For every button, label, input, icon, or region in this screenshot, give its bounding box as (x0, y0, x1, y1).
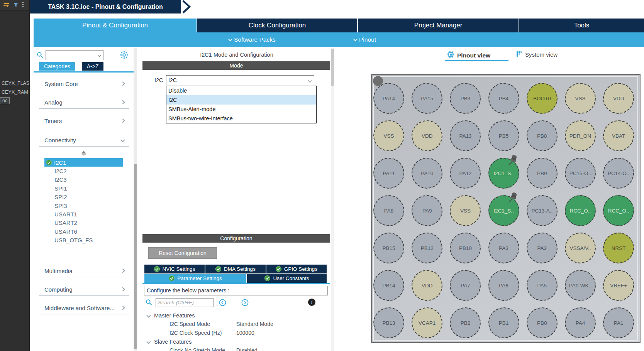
sidebar-section-middleware-and-software[interactable]: Middleware and Software... (39, 302, 129, 320)
info-icon[interactable]: i (308, 299, 315, 306)
pin-pb10[interactable]: PB10 (450, 233, 481, 263)
param-value[interactable]: Standard Mode (236, 321, 273, 327)
tab-a-to-z[interactable]: A->Z (82, 62, 104, 71)
pin-vssa-v[interactable]: VSSA/V.. (565, 233, 596, 263)
param-group-master-features[interactable]: Master Features (146, 311, 328, 320)
pin-pa8[interactable]: PA8 (373, 195, 404, 226)
pin-pb5[interactable]: PB5 (488, 120, 519, 151)
pin-pb0[interactable]: PB0 (527, 307, 558, 338)
scrollbar-thumb[interactable] (331, 49, 334, 86)
sidebar-scrollbar[interactable] (134, 48, 137, 351)
pin-i2c1-s[interactable]: I2C1_S.. (488, 195, 519, 226)
sidebar-item-usart1[interactable]: USART1 (44, 210, 123, 218)
param-value[interactable]: Disabled (236, 347, 257, 351)
sidebar-section-timers[interactable]: Timers (39, 115, 129, 133)
pin-pb9[interactable]: PB9 (527, 158, 558, 189)
pin-pa0-wk[interactable]: PA0-WK.. (565, 270, 596, 301)
sidebar-item-i2c1[interactable]: I2C1 (44, 158, 123, 167)
scrollbar-thumb[interactable] (134, 164, 137, 349)
sidebar-item-usb-otg-fs[interactable]: USB_OTG_FS (44, 236, 123, 245)
pin-pa13[interactable]: PA13 (450, 120, 481, 151)
pin-vss[interactable]: VSS (373, 120, 404, 151)
pin-vbat[interactable]: VBAT (603, 120, 634, 151)
reset-configuration-button[interactable]: Reset Configuration (148, 247, 217, 259)
mode-option-i2c[interactable]: I2C (166, 95, 316, 105)
pin-rcc-o[interactable]: RCC_O.. (565, 195, 596, 226)
tab-tools[interactable]: Tools (519, 19, 644, 32)
pin-pa3[interactable]: PA3 (488, 233, 519, 263)
previous-match-icon[interactable] (219, 299, 226, 308)
tab-clock-configuration[interactable]: Clock Configuration (197, 19, 358, 32)
pin-nrst[interactable]: NRST (603, 233, 634, 263)
pin-boot0[interactable]: BOOT0 (527, 83, 558, 114)
scroll-up-icon[interactable] (81, 151, 86, 154)
pin-pb13[interactable]: PB13 (373, 307, 404, 338)
gear-icon[interactable] (120, 51, 128, 61)
mode-option-smbus-alert-mode[interactable]: SMBus-Alert-mode (166, 105, 316, 114)
pin-pb4[interactable]: PB4 (488, 83, 519, 114)
tab-dma-settings[interactable]: DMA Settings (205, 265, 266, 273)
pin-pdr-on[interactable]: PDR_ON (565, 120, 596, 151)
pin-pb14[interactable]: PB14 (373, 270, 404, 301)
pin-pb8[interactable]: PB8 (527, 120, 558, 151)
pin-vdd[interactable]: VDD (412, 120, 442, 151)
sidebar-section-analog[interactable]: Analog (39, 96, 129, 115)
pin-pa12[interactable]: PA12 (450, 158, 481, 189)
software-packs-dropdown[interactable]: Software Packs (228, 32, 276, 47)
tab-gpio-settings[interactable]: GPIO Settings (266, 265, 327, 273)
sidebar-search-input[interactable] (47, 51, 96, 59)
sidebar-item-usart2[interactable]: USART2 (44, 219, 123, 227)
pin-pa4[interactable]: PA4 (565, 307, 596, 338)
pin-pa15[interactable]: PA15 (412, 83, 442, 114)
sidebar-item-spi1[interactable]: SPI1 (44, 184, 123, 192)
pin-pc13-a[interactable]: PC13-A.. (527, 195, 558, 226)
tab-user-constants[interactable]: User Constants (247, 274, 327, 283)
sidebar-item-i2c3[interactable]: I2C3 (44, 176, 123, 184)
pin-pa14[interactable]: PA14 (373, 83, 404, 114)
pin-pc15-o[interactable]: PC15-O.. (565, 158, 596, 189)
pin-vref[interactable]: VREF+ (603, 270, 634, 301)
sidebar-item-spi3[interactable]: SPI3 (44, 201, 123, 210)
pinout-dropdown[interactable]: Pinout (353, 32, 376, 47)
pin-pb12[interactable]: PB12 (412, 233, 442, 263)
pin-pa7[interactable]: PA7 (450, 270, 481, 301)
explorer-item-ram[interactable]: CEYX_RAM (2, 89, 28, 95)
tab-pinout-view[interactable]: Pinout view (447, 51, 490, 60)
pin-pc14-o[interactable]: PC14-O.. (603, 158, 634, 189)
sidebar-search-combo[interactable] (46, 50, 103, 60)
filter-icon[interactable] (13, 2, 19, 9)
sidebar-section-multimedia[interactable]: Multimedia (39, 265, 129, 283)
pin-rcc-o[interactable]: RCC_O.. (603, 195, 634, 226)
pin-pb3[interactable]: PB3 (450, 83, 481, 114)
tab-pinout-configuration[interactable]: Pinout & Configuration (34, 19, 197, 32)
pin-pa2[interactable]: PA2 (527, 233, 558, 263)
mode-option-disable[interactable]: Disable (166, 86, 316, 95)
pin-vcap1[interactable]: VCAP1 (412, 307, 442, 338)
pin-pa5[interactable]: PA5 (527, 270, 558, 301)
parameter-search-input[interactable] (156, 298, 214, 307)
i2c-mode-select[interactable]: I2C (166, 75, 314, 85)
pin-pa9[interactable]: PA9 (412, 195, 442, 226)
sidebar-item-i2c2[interactable]: I2C2 (44, 167, 123, 175)
pin-vdd[interactable]: VDD (603, 83, 634, 114)
link-with-editor-icon[interactable] (3, 2, 10, 9)
param-value[interactable]: 100000 (236, 330, 254, 336)
tab-nvic-settings[interactable]: NVIC Settings (144, 265, 205, 273)
tab-project-manager[interactable]: Project Manager (358, 19, 519, 32)
param-group-slave-features[interactable]: Slave Features (146, 337, 328, 346)
pin-vss[interactable]: VSS (450, 195, 481, 226)
mode-option-smbus-two-wire-interface[interactable]: SMBus-two-wire-Interface (166, 114, 316, 123)
pin-pb1[interactable]: PB1 (488, 307, 519, 338)
pin-pa1[interactable]: PA1 (603, 307, 634, 338)
pin-pb2[interactable]: PB2 (450, 307, 481, 338)
view-menu-icon[interactable] (22, 2, 24, 9)
pin-i2c1-s[interactable]: I2C1_S.. (488, 158, 519, 189)
pin-pa11[interactable]: PA11 (373, 158, 404, 189)
tab-categories[interactable]: Categories (39, 62, 75, 71)
tab-system-view[interactable]: System view (516, 51, 558, 58)
sidebar-section-connectivity[interactable]: Connectivity (39, 134, 129, 152)
sidebar-section-computing[interactable]: Computing (39, 283, 129, 302)
pin-pa10[interactable]: PA10 (412, 158, 442, 189)
middle-panel-scrollbar[interactable] (331, 48, 334, 351)
explorer-item-flash[interactable]: CEYX_FLAS (2, 81, 29, 86)
